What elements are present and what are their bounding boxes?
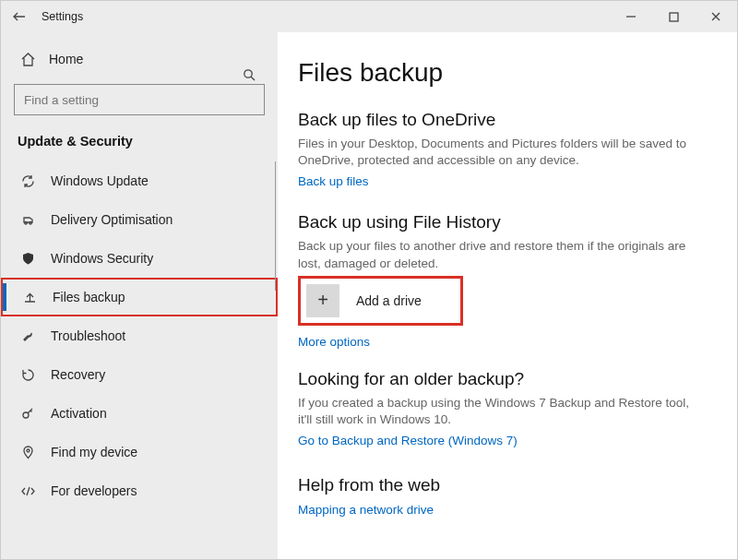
- settings-window: Settings Home Update & Security Windows …: [0, 0, 738, 560]
- svg-point-1: [244, 70, 252, 77]
- sidebar-item-label: Windows Update: [51, 173, 149, 188]
- backup-icon: [21, 289, 38, 305]
- sidebar-item-windows-update[interactable]: Windows Update: [1, 161, 278, 200]
- sidebar-item-label: Activation: [51, 406, 107, 421]
- minimize-button[interactable]: [610, 1, 652, 32]
- sidebar-item-label: Find my device: [51, 445, 137, 459]
- sidebar-item-label: For developers: [51, 483, 137, 498]
- more-options-link[interactable]: More options: [298, 335, 370, 349]
- help-link[interactable]: Mapping a network drive: [298, 503, 434, 517]
- filehistory-desc: Back up your files to another drive and …: [298, 238, 695, 271]
- code-icon: [19, 483, 36, 499]
- back-button[interactable]: [1, 1, 38, 32]
- sidebar-item-label: Troubleshoot: [51, 328, 125, 343]
- shield-icon: [19, 250, 36, 267]
- home-icon: [19, 51, 36, 67]
- sidebar-item-label: Delivery Optimisation: [51, 212, 173, 227]
- sidebar-item-label: Windows Security: [51, 251, 153, 266]
- location-icon: [19, 444, 36, 460]
- sync-icon: [19, 173, 36, 189]
- wrench-icon: [19, 328, 36, 344]
- onedrive-heading: Back up files to OneDrive: [298, 110, 709, 130]
- sidebar-item-activation[interactable]: Activation: [1, 394, 278, 433]
- filehistory-heading: Back up using File History: [298, 212, 709, 232]
- sidebar-item-troubleshoot[interactable]: Troubleshoot: [1, 316, 278, 355]
- sidebar-home-label: Home: [49, 52, 83, 66]
- close-button[interactable]: [695, 1, 737, 32]
- help-heading: Help from the web: [298, 475, 709, 495]
- key-icon: [19, 405, 36, 422]
- older-backup-desc: If you created a backup using the Window…: [298, 395, 695, 428]
- older-backup-link[interactable]: Go to Backup and Restore (Windows 7): [298, 434, 518, 447]
- search-icon: [243, 68, 256, 84]
- older-backup-heading: Looking for an older backup?: [298, 369, 709, 389]
- sidebar-item-find-my-device[interactable]: Find my device: [1, 433, 278, 471]
- plus-icon: +: [306, 284, 339, 317]
- sidebar-item-recovery[interactable]: Recovery: [1, 355, 278, 394]
- sidebar-item-label: Files backup: [53, 290, 125, 304]
- titlebar: Settings: [1, 1, 737, 32]
- page-title: Files backup: [298, 58, 709, 88]
- close-icon: [710, 11, 721, 22]
- search-wrap: [14, 84, 265, 115]
- add-drive-button[interactable]: + Add a drive: [298, 276, 463, 326]
- delivery-icon: [19, 211, 36, 228]
- window-body: Home Update & Security Windows Update De…: [1, 32, 737, 559]
- add-drive-label: Add a drive: [356, 293, 422, 308]
- sidebar-item-delivery-optimisation[interactable]: Delivery Optimisation: [1, 200, 278, 239]
- sidebar-section-title: Update & Security: [1, 128, 278, 161]
- sidebar-item-windows-security[interactable]: Windows Security: [1, 239, 278, 278]
- sidebar-item-label: Recovery: [51, 367, 105, 382]
- onedrive-desc: Files in your Desktop, Documents and Pic…: [298, 136, 695, 169]
- window-title: Settings: [42, 10, 83, 23]
- maximize-icon: [669, 12, 679, 22]
- sidebar: Home Update & Security Windows Update De…: [1, 32, 278, 559]
- sidebar-nav: Windows Update Delivery Optimisation Win…: [1, 161, 278, 559]
- search-input[interactable]: [14, 84, 265, 115]
- svg-rect-0: [670, 13, 678, 21]
- minimize-icon: [625, 11, 637, 22]
- sidebar-home[interactable]: Home: [1, 42, 278, 77]
- svg-point-3: [27, 449, 30, 452]
- recovery-icon: [19, 366, 36, 383]
- maximize-button[interactable]: [652, 1, 695, 32]
- onedrive-backup-link[interactable]: Back up files: [298, 174, 369, 188]
- sidebar-item-files-backup[interactable]: Files backup: [1, 278, 278, 316]
- sidebar-item-for-developers[interactable]: For developers: [1, 471, 278, 510]
- window-controls: [610, 1, 737, 32]
- content-area: Files backup Back up files to OneDrive F…: [278, 32, 737, 559]
- arrow-left-icon: [12, 9, 27, 24]
